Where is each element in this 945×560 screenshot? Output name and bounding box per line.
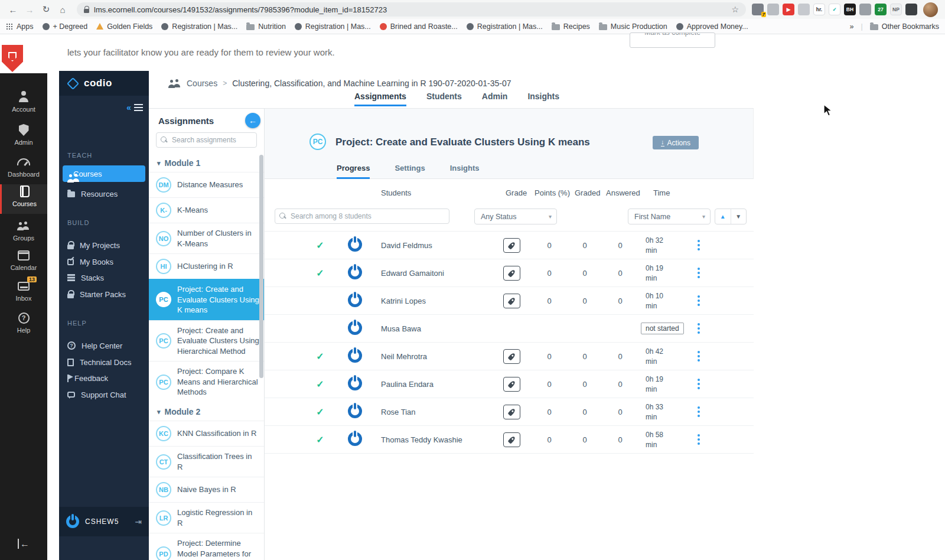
- codio-project-icon[interactable]: [348, 349, 362, 363]
- address-bar[interactable]: lms.ecornell.com/courses/1491532/assignm…: [77, 2, 746, 17]
- extension-icon[interactable]: [798, 4, 810, 15]
- sort-by-select[interactable]: First Name ▾: [628, 209, 711, 224]
- sort-descending-button[interactable]: ▼: [731, 209, 747, 224]
- extension-icon[interactable]: [767, 4, 779, 15]
- extension-icon[interactable]: 27: [875, 4, 887, 15]
- tab-insights[interactable]: Insights: [527, 92, 559, 106]
- student-name[interactable]: Musa Bawa: [381, 315, 421, 343]
- tab-settings[interactable]: Settings: [395, 164, 425, 179]
- scrollbar[interactable]: [259, 155, 263, 378]
- bookmark-item[interactable]: Golden Fields: [96, 22, 152, 31]
- codio-item-help-center[interactable]: ? Help Center: [59, 337, 149, 354]
- assignment-item[interactable]: KC KNN Classification in R: [149, 421, 264, 446]
- back-button[interactable]: ←: [5, 5, 21, 15]
- collapse-sidebar-button[interactable]: «: [126, 103, 143, 112]
- row-menu-button[interactable]: [694, 321, 703, 336]
- module-2-header[interactable]: ▾ Module 2: [149, 402, 264, 421]
- module-1-header[interactable]: ▾ Module 1: [149, 154, 264, 172]
- mark-as-complete-button[interactable]: Mark as complete: [630, 32, 715, 48]
- extension-icon[interactable]: BH: [844, 4, 856, 15]
- sidebar-item-account[interactable]: Account: [0, 90, 47, 119]
- reload-button[interactable]: ↻: [38, 4, 54, 15]
- assignment-item[interactable]: K- K-Means: [149, 197, 264, 223]
- codio-item-feedback[interactable]: Feedback: [59, 370, 149, 386]
- bookmark-star-icon[interactable]: ☆: [731, 5, 739, 14]
- bookmark-item[interactable]: Registration | Mas...: [161, 22, 237, 31]
- assignment-item-selected[interactable]: PC Project: Create and Evaluate Clusters…: [149, 279, 264, 320]
- apps-button[interactable]: Apps: [6, 22, 34, 31]
- grade-button[interactable]: [503, 266, 520, 281]
- bookmark-folder[interactable]: Music Production: [599, 22, 667, 31]
- bookmarks-overflow-button[interactable]: »: [850, 22, 854, 31]
- extension-icon[interactable]: ✓: [829, 4, 840, 15]
- bookmark-item[interactable]: Approved Money...: [676, 22, 748, 31]
- extension-icon[interactable]: 7: [752, 4, 764, 15]
- sort-ascending-button[interactable]: ▲: [715, 209, 731, 224]
- student-name[interactable]: Katrini Lopes: [381, 287, 426, 315]
- youtube-extension-icon[interactable]: ▶: [783, 4, 794, 15]
- extension-icon[interactable]: [905, 4, 917, 15]
- grade-button[interactable]: [503, 405, 520, 419]
- bookmark-item[interactable]: Brined and Roaste...: [380, 22, 458, 31]
- codio-item-resources[interactable]: Resources: [59, 185, 149, 202]
- codio-project-icon[interactable]: [348, 432, 362, 446]
- status-filter-select[interactable]: Any Status ▾: [474, 209, 557, 224]
- bookmark-item[interactable]: Registration | Mas...: [467, 22, 543, 31]
- codio-item-my-books[interactable]: My Books: [59, 253, 149, 270]
- tab-insights-assignment[interactable]: Insights: [450, 164, 480, 179]
- bookmark-folder[interactable]: Recipes: [552, 22, 590, 31]
- tab-assignments[interactable]: Assignments: [354, 92, 406, 106]
- home-button[interactable]: ⌂: [54, 5, 71, 15]
- row-menu-button[interactable]: [694, 376, 703, 392]
- student-name[interactable]: Edward Gamaitoni: [381, 259, 444, 287]
- student-name[interactable]: David Feldmus: [381, 232, 432, 259]
- codio-project-icon[interactable]: [348, 237, 362, 252]
- extension-icon[interactable]: hr.: [813, 4, 825, 15]
- row-menu-button[interactable]: [694, 293, 703, 308]
- bookmark-item[interactable]: + Degreed: [43, 22, 88, 31]
- assignment-item[interactable]: CT Classification Trees in R: [149, 446, 264, 477]
- sidebar-item-admin[interactable]: Admin: [0, 123, 47, 152]
- codio-item-courses[interactable]: Courses: [63, 165, 145, 182]
- grade-button[interactable]: [503, 349, 520, 364]
- grade-button[interactable]: [503, 238, 520, 253]
- url-text[interactable]: lms.ecornell.com/courses/1491532/assignm…: [94, 5, 726, 14]
- actions-button[interactable]: ↓ Actions: [653, 136, 699, 149]
- student-name[interactable]: Neil Mehrotra: [381, 343, 427, 370]
- row-menu-button[interactable]: [694, 265, 703, 281]
- grade-button[interactable]: [503, 294, 520, 308]
- codio-project-icon[interactable]: [348, 376, 362, 390]
- collapse-nav-button[interactable]: ←: [0, 539, 47, 549]
- codio-item-my-projects[interactable]: My Projects: [59, 237, 149, 253]
- extension-icon[interactable]: [859, 4, 871, 15]
- extension-icon[interactable]: NP: [890, 4, 902, 15]
- tab-admin[interactable]: Admin: [482, 92, 508, 106]
- student-name[interactable]: Paulina Endara: [381, 370, 434, 398]
- grade-button[interactable]: [503, 377, 520, 392]
- student-name[interactable]: Thomas Teddy Kwashie: [381, 426, 462, 454]
- codio-project-icon[interactable]: [348, 293, 362, 307]
- sidebar-item-courses[interactable]: Courses: [0, 184, 47, 214]
- search-students-input[interactable]: [275, 209, 449, 224]
- bookmark-item[interactable]: Registration | Mas...: [295, 22, 371, 31]
- row-menu-button[interactable]: [694, 404, 703, 419]
- forward-button[interactable]: →: [21, 5, 38, 15]
- codio-item-technical-docs[interactable]: Technical Docs: [59, 354, 149, 370]
- sidebar-item-calendar[interactable]: Calendar: [0, 248, 47, 278]
- assignment-item[interactable]: NB Naive Bayes in R: [149, 477, 264, 502]
- grade-button[interactable]: [503, 432, 520, 447]
- tab-progress[interactable]: Progress: [337, 164, 370, 179]
- codio-project-icon[interactable]: [348, 321, 362, 335]
- codio-item-starter-packs[interactable]: Starter Packs: [59, 286, 149, 302]
- row-menu-button[interactable]: [694, 237, 703, 253]
- assignment-item[interactable]: PC Project: Compare K Means and Hierarch…: [149, 361, 264, 402]
- breadcrumb-courses-link[interactable]: Courses: [187, 79, 217, 88]
- assignment-item[interactable]: LR Logistic Regression in R: [149, 502, 264, 533]
- profile-avatar[interactable]: [923, 2, 938, 17]
- codio-item-support-chat[interactable]: Support Chat: [59, 386, 149, 403]
- search-assignments-input[interactable]: [156, 132, 257, 148]
- sidebar-item-inbox[interactable]: 13 Inbox: [0, 279, 47, 308]
- sidebar-item-help[interactable]: ? Help: [0, 311, 47, 340]
- bookmark-folder[interactable]: Nutrition: [246, 22, 286, 31]
- sidebar-item-dashboard[interactable]: Dashboard: [0, 155, 47, 184]
